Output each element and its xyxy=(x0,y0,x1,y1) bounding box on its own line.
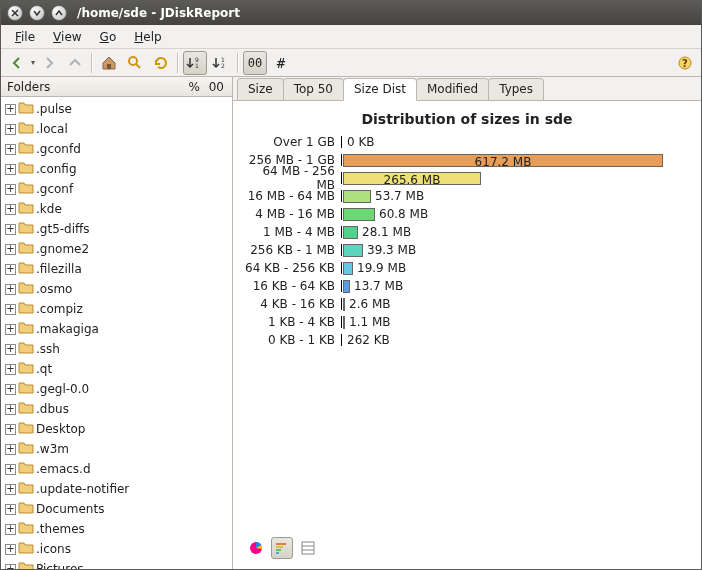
svg-text:2: 2 xyxy=(221,62,225,69)
tab-size[interactable]: Size xyxy=(237,78,284,100)
folder-tree[interactable]: +.pulse+.local+.gconfd+.config+.gconf+.k… xyxy=(1,97,232,569)
chart-row-label: 4 MB - 16 MB xyxy=(241,207,341,221)
maximize-icon[interactable] xyxy=(51,5,67,21)
tree-row[interactable]: +.gconfd xyxy=(1,139,232,159)
main-pane: SizeTop 50Size DistModifiedTypes Distrib… xyxy=(233,77,701,569)
chart-value: 2.6 MB xyxy=(349,297,390,311)
expand-icon[interactable]: + xyxy=(5,164,16,175)
tree-row[interactable]: +Pictures xyxy=(1,559,232,569)
expand-icon[interactable]: + xyxy=(5,444,16,455)
tree-row[interactable]: +Desktop xyxy=(1,419,232,439)
titlebar[interactable]: /home/sde - JDiskReport xyxy=(1,1,701,25)
menu-go[interactable]: Go xyxy=(92,28,125,46)
refresh-button[interactable] xyxy=(149,51,173,75)
sort-up-button[interactable]: 12 xyxy=(209,51,233,75)
menu-help[interactable]: Help xyxy=(126,28,169,46)
expand-icon[interactable]: + xyxy=(5,384,16,395)
tree-row[interactable]: +.update-notifier xyxy=(1,479,232,499)
folder-label: .pulse xyxy=(36,102,72,116)
tab-size-dist[interactable]: Size Dist xyxy=(343,78,417,101)
folder-icon xyxy=(18,561,34,570)
folder-label: .gnome2 xyxy=(36,242,89,256)
expand-icon[interactable]: + xyxy=(5,204,16,215)
chart-row-label: 64 MB - 256 MB xyxy=(241,164,341,192)
tree-row[interactable]: +.makagiga xyxy=(1,319,232,339)
close-icon[interactable] xyxy=(7,5,23,21)
tree-row[interactable]: +.gnome2 xyxy=(1,239,232,259)
tab-top-50[interactable]: Top 50 xyxy=(283,78,344,100)
tree-row[interactable]: +.pulse xyxy=(1,99,232,119)
expand-icon[interactable]: + xyxy=(5,264,16,275)
tree-row[interactable]: +.emacs.d xyxy=(1,459,232,479)
expand-icon[interactable]: + xyxy=(5,184,16,195)
tree-row[interactable]: +.icons xyxy=(1,539,232,559)
bar-view-icon[interactable] xyxy=(271,537,293,559)
expand-icon[interactable]: + xyxy=(5,144,16,155)
chart-value: 13.7 MB xyxy=(354,279,403,293)
col-percent[interactable]: % xyxy=(178,80,202,94)
chart-value: 39.3 MB xyxy=(367,243,416,257)
svg-point-3 xyxy=(129,57,137,65)
tree-row[interactable]: +.kde xyxy=(1,199,232,219)
tree-row[interactable]: +.local xyxy=(1,119,232,139)
tab-types[interactable]: Types xyxy=(488,78,544,100)
folder-label: .makagiga xyxy=(36,322,99,336)
tree-row[interactable]: +.themes xyxy=(1,519,232,539)
expand-icon[interactable]: + xyxy=(5,404,16,415)
expand-icon[interactable]: + xyxy=(5,424,16,435)
find-button[interactable] xyxy=(123,51,147,75)
col-00[interactable]: 00 xyxy=(202,80,226,94)
tree-row[interactable]: +.gegl-0.0 xyxy=(1,379,232,399)
tree-row[interactable]: +.filezilla xyxy=(1,259,232,279)
expand-icon[interactable]: + xyxy=(5,284,16,295)
expand-icon[interactable]: + xyxy=(5,344,16,355)
pie-view-icon[interactable] xyxy=(245,537,267,559)
expand-icon[interactable]: + xyxy=(5,464,16,475)
tree-row[interactable]: +.qt xyxy=(1,359,232,379)
tree-row[interactable]: +.dbus xyxy=(1,399,232,419)
minimize-icon[interactable] xyxy=(29,5,45,21)
menu-view[interactable]: View xyxy=(45,28,89,46)
expand-icon[interactable]: + xyxy=(5,124,16,135)
chart-row-label: 0 KB - 1 KB xyxy=(241,333,341,347)
tree-row[interactable]: +.gconf xyxy=(1,179,232,199)
expand-icon[interactable]: + xyxy=(5,524,16,535)
tree-row[interactable]: +.gt5-diffs xyxy=(1,219,232,239)
tree-row[interactable]: +.config xyxy=(1,159,232,179)
tree-row[interactable]: +.ssh xyxy=(1,339,232,359)
expand-icon[interactable]: + xyxy=(5,304,16,315)
expand-icon[interactable]: + xyxy=(5,504,16,515)
home-button[interactable] xyxy=(97,51,121,75)
svg-rect-16 xyxy=(276,549,281,551)
sort-down-button[interactable]: 91 xyxy=(183,51,207,75)
chart-bar-row: 4 MB - 16 MB60.8 MB xyxy=(241,205,693,223)
expand-icon[interactable]: + xyxy=(5,544,16,555)
chart-value: 617.2 MB xyxy=(475,155,532,169)
expand-icon[interactable]: + xyxy=(5,244,16,255)
expand-icon[interactable]: + xyxy=(5,564,16,570)
sidebar-header[interactable]: Folders % 00 xyxy=(1,77,232,97)
tree-row[interactable]: +.w3m xyxy=(1,439,232,459)
tree-row[interactable]: +Documents xyxy=(1,499,232,519)
expand-icon[interactable]: + xyxy=(5,484,16,495)
nav-up-button[interactable] xyxy=(63,51,87,75)
mode-00-button[interactable]: 00 xyxy=(243,51,267,75)
menu-file[interactable]: File xyxy=(7,28,43,46)
col-folders[interactable]: Folders xyxy=(7,80,178,94)
svg-rect-14 xyxy=(276,543,286,545)
nav-forward-button[interactable] xyxy=(37,51,61,75)
mode-hash-button[interactable]: # xyxy=(269,51,293,75)
tab-modified[interactable]: Modified xyxy=(416,78,489,100)
expand-icon[interactable]: + xyxy=(5,104,16,115)
tree-row[interactable]: +.compiz xyxy=(1,299,232,319)
table-view-icon[interactable] xyxy=(297,537,319,559)
help-button[interactable]: ? xyxy=(673,51,697,75)
expand-icon[interactable]: + xyxy=(5,364,16,375)
nav-back-button[interactable] xyxy=(5,51,29,75)
expand-icon[interactable]: + xyxy=(5,224,16,235)
chart-row-label: 256 KB - 1 MB xyxy=(241,243,341,257)
svg-line-4 xyxy=(136,64,140,68)
tree-row[interactable]: +.osmo xyxy=(1,279,232,299)
expand-icon[interactable]: + xyxy=(5,324,16,335)
chart-bar xyxy=(343,316,345,329)
